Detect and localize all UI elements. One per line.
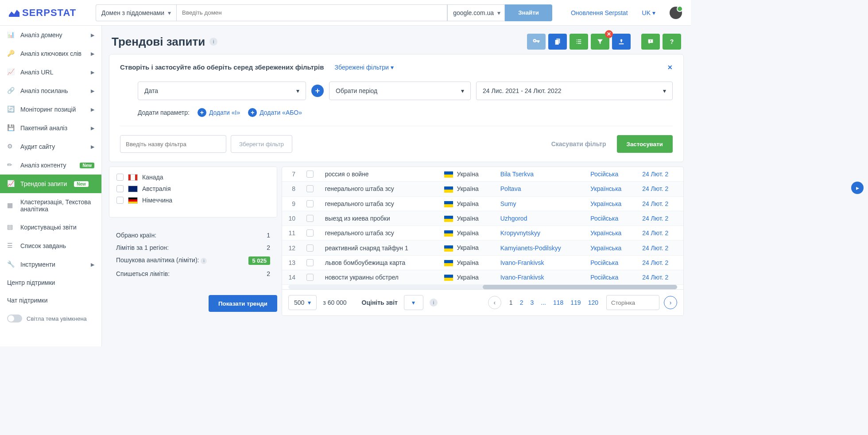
sidebar-item[interactable]: 📈Трендові запитиNew [0, 175, 101, 193]
feedback-button[interactable] [641, 34, 660, 50]
info-icon[interactable]: i [430, 299, 438, 307]
sidebar-item[interactable]: ⚙Аудит сайту▶ [0, 137, 101, 156]
city-link[interactable]: Ivano-Frankivsk [496, 270, 586, 285]
checkbox[interactable] [306, 229, 314, 237]
lang-link[interactable]: Українська [586, 182, 638, 196]
lang-link[interactable]: Російська [586, 255, 638, 270]
sidebar-item[interactable]: 💾Пакетний аналіз▶ [0, 119, 101, 137]
date-link[interactable]: 24 Лют. 2 [638, 211, 683, 225]
page-number[interactable]: 2 [516, 297, 527, 308]
page-number[interactable]: 118 [550, 297, 567, 308]
logo[interactable]: SERPSTAT [9, 7, 76, 19]
city-link[interactable]: Bila Tserkva [496, 167, 586, 182]
theme-toggle[interactable]: Світла тема увімкнена [0, 309, 101, 328]
support-chat-link[interactable]: Чат підтримки [0, 291, 101, 309]
date-link[interactable]: 24 Лют. 2 [638, 270, 683, 285]
saved-filters-link[interactable]: Збережені фільтри ▾ [334, 64, 393, 71]
lang-link[interactable]: Російська [586, 167, 638, 182]
find-button[interactable]: Знайти [505, 4, 552, 21]
sidebar-item[interactable]: ✏Аналіз контентуNew [0, 156, 101, 175]
horizontal-scrollbar[interactable] [288, 285, 677, 289]
sidebar-item[interactable]: 📈Аналіз URL▶ [0, 63, 101, 82]
checkbox[interactable] [306, 259, 314, 266]
filter-name-input[interactable] [120, 135, 226, 153]
cancel-filter-button[interactable]: Скасувати фільтр [551, 140, 606, 148]
page-input[interactable] [606, 295, 659, 310]
menu-icon: ⚙ [7, 143, 15, 151]
per-page-select[interactable]: 500 ▾ [288, 295, 317, 310]
export-button[interactable] [612, 34, 631, 50]
show-trends-button[interactable]: Показати тренди [209, 295, 277, 312]
checkbox[interactable] [116, 174, 124, 181]
city-link[interactable]: Kropyvnytskyy [496, 226, 586, 241]
filter-field-select[interactable]: Дата ▾ [138, 82, 306, 100]
date-link[interactable]: 24 Лют. 2 [638, 196, 683, 211]
info-icon[interactable]: i [209, 38, 217, 46]
search-region-select[interactable]: google.com.ua ▾ [447, 4, 505, 21]
city-link[interactable]: Sumy [496, 196, 586, 211]
city-link[interactable]: Ivano-Frankivsk [496, 255, 586, 270]
lang-link[interactable]: Українська [586, 226, 638, 241]
add-or-button[interactable]: + Додати «АБО» [248, 108, 302, 117]
lang-link[interactable]: Українська [586, 241, 638, 255]
date-link[interactable]: 24 Лют. 2 [638, 255, 683, 270]
checkbox[interactable] [306, 171, 314, 178]
lang-link[interactable]: Російська [586, 270, 638, 285]
sidebar-item[interactable]: 📊Аналіз домену▶ [0, 26, 101, 44]
save-filter-button[interactable]: Зберегти фільтр [231, 135, 292, 153]
language-select[interactable]: UK ▾ [642, 9, 655, 16]
sidebar-item[interactable]: ▦Кластеризація, Текстова аналітика [0, 193, 101, 218]
filter-period-select[interactable]: Обрати період ▾ [329, 82, 471, 100]
plus-icon[interactable]: + [311, 85, 324, 97]
filter-daterange-select[interactable]: 24 Лис. 2021 - 24 Лют. 2022 ▾ [476, 82, 673, 100]
checkbox[interactable] [306, 185, 314, 192]
country-item[interactable]: Австралія [114, 183, 272, 194]
checkbox[interactable] [116, 197, 124, 204]
checkbox[interactable] [306, 215, 314, 222]
page-number[interactable]: ... [537, 297, 550, 308]
date-link[interactable]: 24 Лют. 2 [638, 226, 683, 241]
sidebar-item[interactable]: ☰Список завдань [0, 237, 101, 255]
sidebar-item[interactable]: 🔧Інструменти▶ [0, 255, 101, 274]
avatar[interactable] [670, 7, 682, 19]
checkbox[interactable] [306, 274, 314, 281]
checkbox[interactable] [306, 200, 314, 207]
apply-filter-button[interactable]: Застосувати [617, 135, 673, 153]
updates-link[interactable]: Оновлення Serpstat [571, 9, 628, 16]
date-link[interactable]: 24 Лют. 2 [638, 167, 683, 182]
sidebar-item[interactable]: 🔄Моніторинг позицій▶ [0, 100, 101, 119]
close-icon[interactable]: ✕ [605, 30, 613, 38]
checkbox[interactable] [306, 245, 314, 252]
page-number[interactable]: 3 [527, 297, 537, 308]
sidebar-item[interactable]: ▤Користувацькі звіти [0, 218, 101, 237]
sidebar-item[interactable]: 🔑Аналіз ключових слів▶ [0, 44, 101, 63]
lang-link[interactable]: Російська [586, 211, 638, 225]
rate-select[interactable]: ▾ [404, 295, 423, 310]
checkbox[interactable] [116, 185, 124, 192]
list-button[interactable] [570, 34, 588, 50]
page-number[interactable]: 120 [585, 297, 602, 308]
city-link[interactable]: Kamyianets-Podilskyy [496, 241, 586, 255]
sidebar-item[interactable]: 🔗Аналіз посилань▶ [0, 82, 101, 100]
country-item[interactable]: Канада [114, 171, 272, 183]
country-item[interactable]: Німеччина [114, 194, 272, 206]
key-button[interactable] [527, 34, 546, 50]
help-button[interactable]: ? [663, 34, 681, 50]
add-and-button[interactable]: + Додати «І» [198, 108, 240, 117]
date-link[interactable]: 24 Лют. 2 [638, 182, 683, 196]
filter-button[interactable]: ✕ [591, 34, 609, 50]
city-link[interactable]: Poltava [496, 182, 586, 196]
copy-button[interactable] [548, 34, 567, 50]
prev-page-button[interactable]: ‹ [488, 296, 501, 309]
close-icon[interactable]: ✕ [667, 64, 673, 71]
next-page-button[interactable]: › [664, 296, 677, 309]
domain-mode-select[interactable]: Домен з піддоменами ▾ [96, 4, 176, 21]
lang-link[interactable]: Українська [586, 196, 638, 211]
page-number[interactable]: 119 [567, 297, 584, 308]
date-link[interactable]: 24 Лют. 2 [638, 241, 683, 255]
domain-input[interactable] [176, 4, 447, 21]
info-icon[interactable]: i [201, 258, 207, 264]
toggle-switch[interactable] [7, 315, 22, 322]
city-link[interactable]: Uzhgorod [496, 211, 586, 225]
support-center-link[interactable]: Центр підтримки [0, 274, 101, 291]
